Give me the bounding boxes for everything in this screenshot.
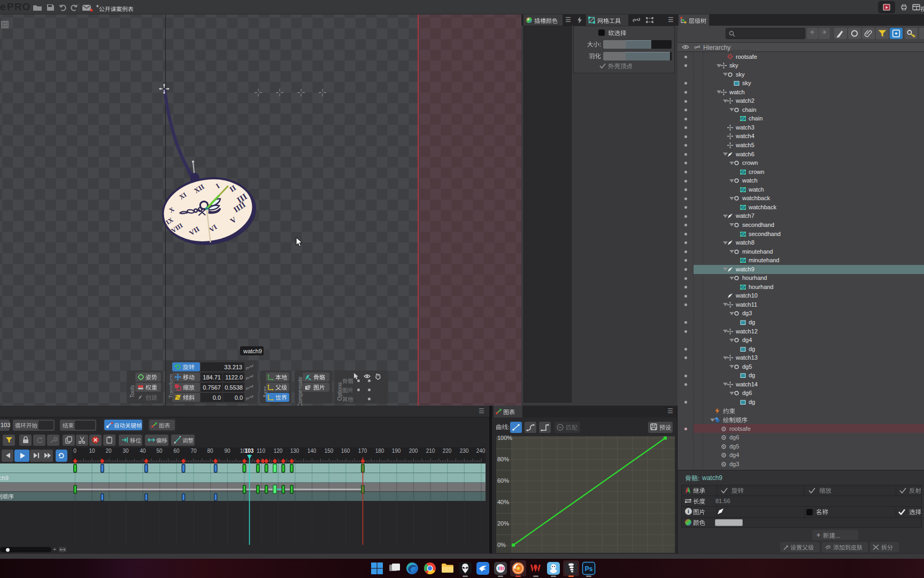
svg-text:Ps: Ps xyxy=(585,565,593,573)
